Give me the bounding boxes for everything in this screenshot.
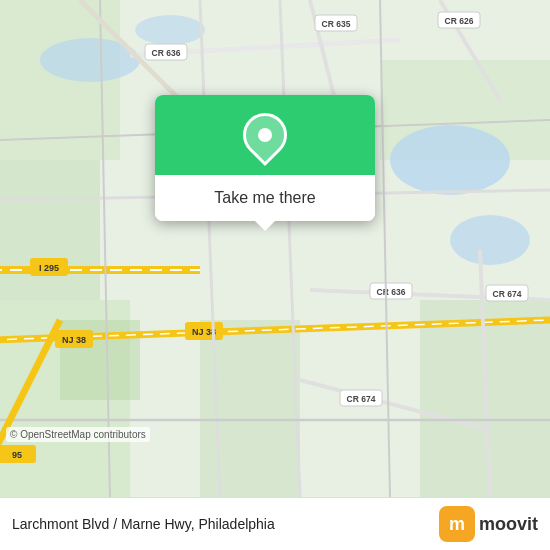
svg-text:CR 636: CR 636: [377, 287, 406, 297]
svg-text:NJ 38: NJ 38: [62, 335, 86, 345]
svg-point-9: [450, 215, 530, 265]
svg-text:CR 635: CR 635: [322, 19, 351, 29]
svg-text:CR 626: CR 626: [445, 16, 474, 26]
svg-text:CR 636: CR 636: [152, 48, 181, 58]
map-container[interactable]: I 295 NJ 38 NJ 38 CR 636 CR 635 CR 626 C…: [0, 0, 550, 497]
popup-icon-area: [155, 95, 375, 175]
location-label: Larchmont Blvd / Marne Hwy, Philadelphia: [12, 516, 275, 532]
osm-attribution: © OpenStreetMap contributors: [6, 427, 150, 442]
svg-text:I 295: I 295: [39, 263, 59, 273]
moovit-brand-text: moovit: [479, 514, 538, 535]
svg-point-11: [135, 15, 205, 45]
svg-point-8: [390, 125, 510, 195]
map-popup: Take me there: [155, 95, 375, 221]
svg-rect-2: [0, 160, 100, 300]
moovit-logo: m moovit: [439, 506, 538, 542]
bottom-bar: Larchmont Blvd / Marne Hwy, Philadelphia…: [0, 497, 550, 550]
svg-text:95: 95: [12, 450, 22, 460]
svg-text:CR 674: CR 674: [493, 289, 522, 299]
moovit-icon: m: [439, 506, 475, 542]
svg-text:CR 674: CR 674: [347, 394, 376, 404]
take-me-there-button[interactable]: Take me there: [155, 175, 375, 221]
location-pin-icon: [234, 104, 296, 166]
